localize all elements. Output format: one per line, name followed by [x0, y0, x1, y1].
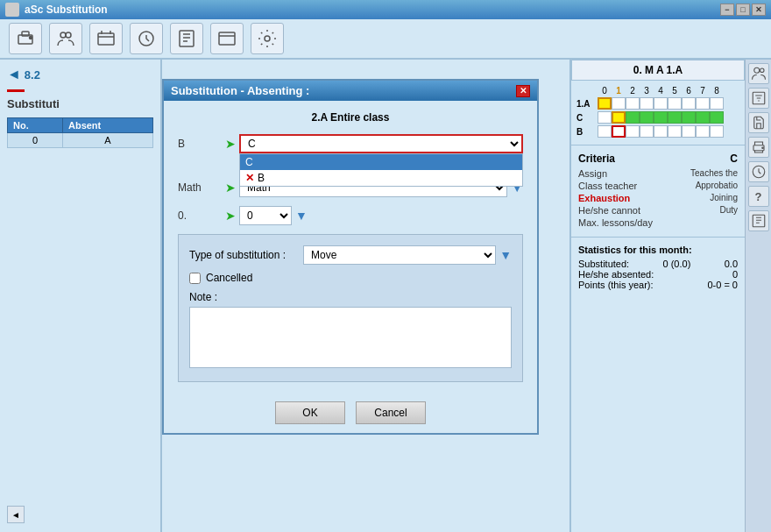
criteria-val-assign: Teaches the	[690, 168, 738, 179]
toolbar-btn-3[interactable]	[130, 23, 163, 54]
side-btn-clock[interactable]	[748, 161, 769, 182]
toolbar-btn-1[interactable]	[49, 23, 82, 54]
math-label: Math	[178, 181, 222, 194]
col-header-absent: Absent	[62, 118, 152, 133]
svg-point-4	[66, 32, 71, 38]
dropdown-item-xb[interactable]: ✕ B	[240, 170, 522, 186]
app-icon	[5, 3, 19, 17]
stats-key-pts: Points (this year):	[578, 280, 654, 290]
row-no: 0	[8, 133, 63, 148]
cell-1a-2	[626, 97, 640, 110]
cell-b-3	[640, 125, 654, 138]
period-select[interactable]: 0	[239, 206, 292, 225]
row-label-1a: 1.A	[576, 99, 598, 109]
title-bar: aSc Substitution − □ ✕	[0, 0, 771, 19]
stats-title: Statistics for this month:	[578, 245, 738, 255]
col-7: 7	[696, 86, 710, 96]
cell-b-2	[626, 125, 640, 138]
cell-c-6	[682, 111, 696, 124]
maximize-button[interactable]: □	[736, 4, 750, 16]
toolbar-btn-5[interactable]	[210, 23, 244, 54]
svg-rect-7	[180, 31, 194, 46]
window-controls: − □ ✕	[720, 4, 766, 16]
svg-rect-16	[753, 215, 765, 227]
stats-val-pts: 0-0 = 0	[707, 280, 738, 290]
svg-rect-8	[219, 32, 235, 45]
cell-b-7	[696, 125, 710, 138]
svg-point-3	[60, 32, 66, 38]
svg-point-9	[265, 36, 270, 41]
back-button[interactable]: ◄ 8.2	[7, 67, 153, 82]
modal-dialog: Substitution - Absenting : ✕ 2.A Entire …	[162, 79, 539, 435]
svg-point-2	[30, 37, 32, 39]
cell-b-1	[612, 125, 626, 138]
cell-1a-1	[612, 97, 626, 110]
col-2: 2	[626, 86, 640, 96]
cell-1a-7	[696, 97, 710, 110]
col-1: 1	[612, 86, 626, 96]
svg-rect-5	[98, 33, 114, 45]
cancelled-label: Cancelled	[206, 272, 252, 284]
note-textarea[interactable]	[189, 307, 512, 368]
class-select[interactable]: C X B	[239, 134, 523, 153]
cell-1a-4	[654, 97, 668, 110]
cell-c-0	[598, 111, 612, 124]
cell-c-7	[696, 111, 710, 124]
math-arrow-icon: ➤	[225, 181, 236, 195]
side-btn-info[interactable]	[748, 210, 769, 231]
row-b: B	[576, 125, 739, 138]
col-6: 6	[682, 86, 696, 96]
type-dropdown-arrow[interactable]: ▼	[499, 248, 512, 262]
period-dropdown-arrow[interactable]: ▼	[295, 209, 308, 223]
cancel-button[interactable]: Cancel	[356, 401, 426, 424]
close-button[interactable]: ✕	[752, 4, 766, 16]
criteria-val-ex: Joining	[710, 193, 738, 203]
stats-points: Points (this year): 0-0 = 0	[578, 280, 738, 290]
cell-c-2	[626, 111, 640, 124]
type-select[interactable]: Move	[303, 245, 496, 265]
dropdown-item-c[interactable]: C	[240, 154, 522, 170]
toolbar-btn-4[interactable]	[170, 23, 203, 54]
back-arrow-icon: ◄	[7, 67, 21, 82]
minimize-button[interactable]: −	[720, 4, 734, 16]
info-panel: 0. M A 1.A 0 1 2 3 4 5 6 7 8 1.A	[569, 60, 745, 532]
col-8: 8	[710, 86, 724, 96]
schedule-header: 0. M A 1.A	[571, 60, 745, 81]
toolbar-btn-2[interactable]	[89, 23, 123, 54]
absent-table: No. Absent 0 A	[7, 117, 153, 148]
stats-val-sub: 0 (0.0)	[663, 259, 691, 269]
criteria-key-assign: Assign	[578, 168, 607, 179]
table-row[interactable]: 0 A	[8, 133, 153, 148]
svg-rect-1	[22, 32, 29, 36]
schedule-grid: 0 1 2 3 4 5 6 7 8 1.A	[571, 81, 745, 145]
cancelled-checkbox[interactable]	[189, 273, 201, 284]
toolbar-btn-0[interactable]	[9, 23, 42, 54]
criteria-classteacher: Class teacher Approbatio	[578, 181, 738, 191]
stats-val-abs: 0	[732, 269, 738, 280]
ok-button[interactable]: OK	[275, 401, 345, 424]
period-label: 0.	[178, 209, 222, 222]
modal-title-text: Substitution - Absenting :	[171, 84, 309, 97]
side-btn-print[interactable]	[748, 137, 769, 158]
toolbar-btn-6[interactable]	[251, 23, 284, 54]
side-btn-save[interactable]	[748, 112, 769, 133]
note-label: Note :	[189, 291, 512, 303]
cell-c-8	[710, 111, 724, 124]
side-btn-users[interactable]	[748, 63, 769, 84]
modal-section-title: 2.A Entire class	[178, 111, 523, 124]
cell-b-5	[668, 125, 682, 138]
side-btn-filter[interactable]	[748, 88, 769, 109]
modal-close-button[interactable]: ✕	[516, 85, 530, 97]
class-field-row: B ➤ C X B C ✕ B	[178, 134, 523, 153]
row-label-b: B	[576, 127, 598, 137]
side-toolbar: ?	[745, 60, 771, 532]
substitution-type-section: Type of substitution : Move ▼ Cancelled …	[178, 234, 523, 382]
substitution-label: Substituti	[7, 97, 60, 110]
criteria-cannot: He/she cannot Duty	[578, 205, 738, 216]
side-btn-question[interactable]: ?	[748, 186, 769, 207]
modal-footer: OK Cancel	[164, 393, 537, 433]
criteria-label: Criteria	[578, 153, 615, 165]
scroll-left-button[interactable]: ◄	[7, 506, 25, 523]
cell-1a-8	[710, 97, 724, 110]
row-c: C	[576, 111, 739, 124]
